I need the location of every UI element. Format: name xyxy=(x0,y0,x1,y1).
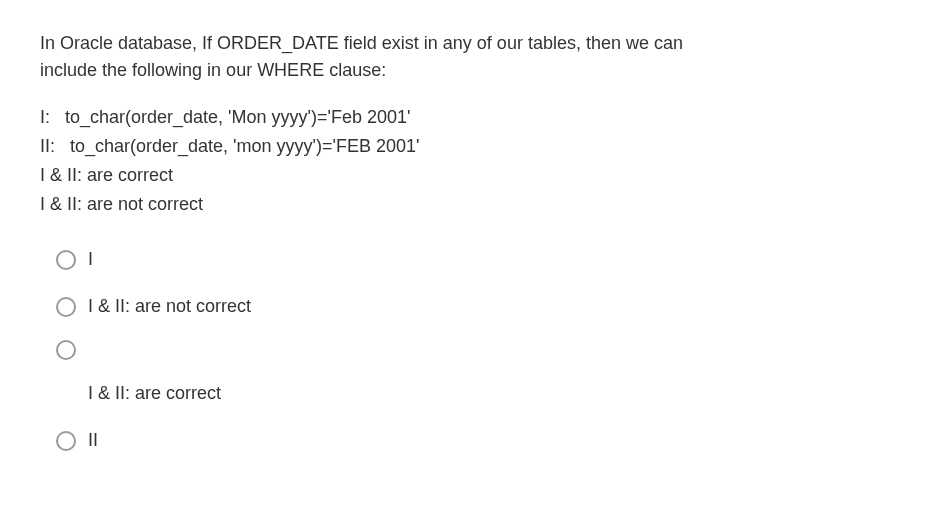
option-row-2[interactable]: I & II: are not correct xyxy=(56,293,885,320)
option-row-3[interactable] xyxy=(56,340,885,360)
radio-icon[interactable] xyxy=(56,340,76,360)
options-group: I I & II: are not correct I & II: are co… xyxy=(40,246,885,454)
question-line-2: include the following in our WHERE claus… xyxy=(40,57,885,84)
radio-icon[interactable] xyxy=(56,431,76,451)
statement-4: I & II: are not correct xyxy=(40,191,885,218)
question-line-1: In Oracle database, If ORDER_DATE field … xyxy=(40,30,885,57)
radio-icon[interactable] xyxy=(56,297,76,317)
statement-1: I: to_char(order_date, 'Mon yyyy')='Feb … xyxy=(40,104,885,131)
option-row-4-indented[interactable]: I & II: are correct xyxy=(56,380,885,407)
question-text: In Oracle database, If ORDER_DATE field … xyxy=(40,30,885,84)
radio-icon[interactable] xyxy=(56,250,76,270)
statement-2: II: to_char(order_date, 'mon yyyy')='FEB… xyxy=(40,133,885,160)
statement-3: I & II: are correct xyxy=(40,162,885,189)
option-label-2: I & II: are not correct xyxy=(88,293,251,320)
option-label-4: I & II: are correct xyxy=(88,380,221,407)
option-row-5[interactable]: II xyxy=(56,427,885,454)
statements-block: I: to_char(order_date, 'Mon yyyy')='Feb … xyxy=(40,104,885,218)
option-label-5: II xyxy=(88,427,98,454)
option-row-1[interactable]: I xyxy=(56,246,885,273)
option-label-1: I xyxy=(88,246,93,273)
